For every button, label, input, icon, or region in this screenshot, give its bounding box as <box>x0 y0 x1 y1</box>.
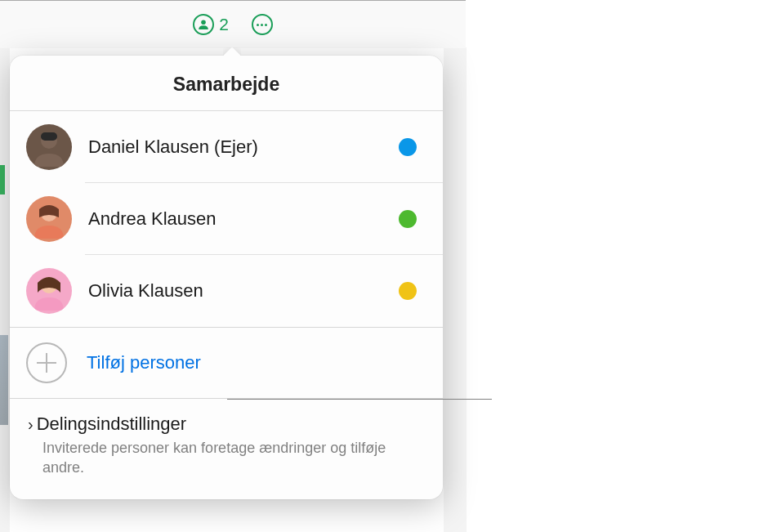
participant-name: Andrea Klausen <box>88 208 399 230</box>
popover-arrow <box>223 47 241 56</box>
share-settings-button[interactable]: › Delingsindstillinger Inviterede person… <box>10 399 443 499</box>
status-dot <box>399 138 417 156</box>
svg-rect-2 <box>41 132 57 141</box>
plus-icon <box>26 342 67 383</box>
participant-row[interactable]: Olivia Klausen <box>10 255 443 327</box>
callout-line <box>227 399 492 400</box>
status-dot <box>399 282 417 300</box>
toolbar: 2 <box>0 0 466 48</box>
participant-row[interactable]: Andrea Klausen <box>10 183 443 255</box>
status-dot <box>399 210 417 228</box>
avatar <box>26 268 72 314</box>
popover-title: Samarbejde <box>10 56 443 111</box>
participant-name: Olivia Klausen <box>88 280 399 302</box>
more-button[interactable] <box>252 14 273 35</box>
background-artifact <box>0 335 8 425</box>
person-icon <box>193 14 214 35</box>
background-artifact <box>0 165 5 194</box>
background-artifact <box>444 47 467 532</box>
participant-name: Daniel Klausen (Ejer) <box>88 136 399 158</box>
avatar <box>26 196 72 242</box>
participant-list: Daniel Klausen (Ejer) Andrea Klausen Oli… <box>10 111 443 327</box>
chevron-right-icon: › <box>28 416 33 432</box>
background-artifact <box>0 47 10 532</box>
avatar <box>26 124 72 170</box>
share-settings-subtitle: Inviterede personer kan foretage ændring… <box>42 438 425 478</box>
more-icon <box>252 14 273 35</box>
collaboration-button[interactable]: 2 <box>193 14 229 35</box>
add-people-button[interactable]: Tilføj personer <box>10 327 443 399</box>
participant-row[interactable]: Daniel Klausen (Ejer) <box>10 111 443 183</box>
collaboration-popover: Samarbejde Daniel Klausen (Ejer) Andrea … <box>10 56 443 499</box>
svg-point-0 <box>201 20 206 25</box>
add-people-label: Tilføj personer <box>87 352 201 373</box>
share-settings-title: Delingsindstillinger <box>37 414 186 435</box>
participant-count: 2 <box>219 15 229 34</box>
